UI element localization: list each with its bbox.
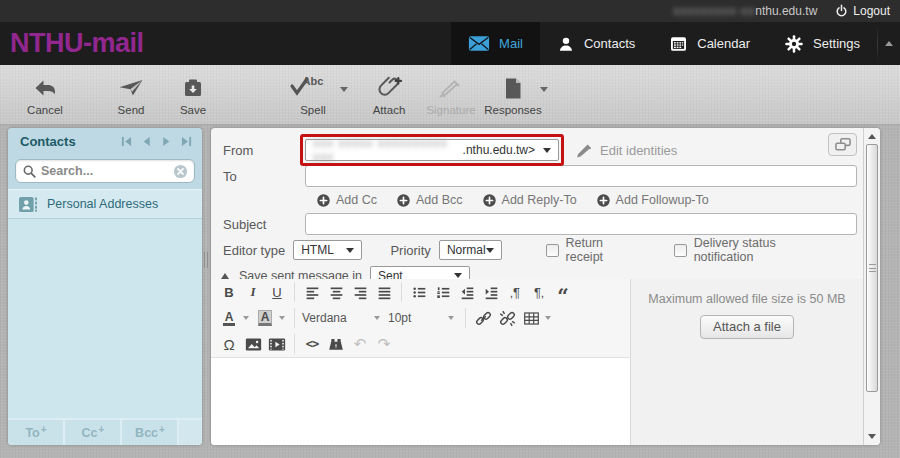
tab-label: Mail [499, 36, 523, 51]
user-email-redacted: xxxxxxxxx-xx [673, 4, 755, 18]
scrollbar-thumb[interactable] [866, 144, 878, 392]
recipient-buttons-footer: To+ Cc+ Bcc+ [8, 418, 202, 445]
font-size-select[interactable]: 10pt [386, 311, 460, 325]
next-page-icon[interactable] [161, 136, 172, 147]
user-bar: xxxxxxxxx-xxnthu.edu.tw Logout [0, 0, 900, 22]
add-followupto-link[interactable]: Add Followup-To [597, 193, 709, 207]
sidebar-item-personal-addresses[interactable]: Personal Addresses [8, 189, 202, 219]
text-color-caret-icon[interactable] [243, 316, 249, 320]
source-code-button[interactable]: <> [300, 333, 324, 355]
subject-input[interactable] [305, 213, 857, 235]
options-row: Editor type HTML Priority Normal Return … [223, 237, 863, 263]
collapse-options-arrow-icon[interactable] [221, 273, 229, 279]
indent-button[interactable] [479, 281, 503, 303]
select-caret-icon [448, 316, 454, 320]
remove-link-button[interactable] [495, 307, 519, 329]
insert-image-button[interactable] [241, 333, 265, 355]
redo-button[interactable]: ↷ [372, 333, 396, 355]
from-identity-select[interactable]: xxx xxxxx xxxxxxxxxx xxx.nthu.edu.tw> [305, 139, 559, 161]
vertical-scrollbar[interactable] [863, 128, 880, 445]
scroll-down-arrow[interactable] [864, 429, 880, 444]
outdent-button[interactable] [455, 281, 479, 303]
select-caret-icon [543, 148, 551, 153]
undo-button[interactable]: ↶ [348, 333, 372, 355]
last-page-icon[interactable] [181, 136, 192, 147]
spell-dropdown-caret[interactable] [340, 87, 348, 92]
select-caret-icon [486, 248, 494, 253]
special-character-button[interactable]: Ω [217, 333, 241, 355]
select-caret-icon [374, 316, 380, 320]
gear-icon [784, 34, 804, 54]
italic-button[interactable]: I [241, 281, 265, 303]
priority-select[interactable]: Normal [439, 240, 502, 260]
tab-label: Calendar [697, 36, 750, 51]
footer-filler [179, 420, 202, 445]
splitter-grip-icon [204, 252, 208, 268]
add-cc-link[interactable]: Add Cc [317, 193, 377, 207]
collapse-header-button[interactable] [878, 22, 900, 65]
scroll-up-arrow[interactable] [864, 129, 880, 144]
tab-contacts[interactable]: Contacts [540, 22, 652, 65]
edit-identities-link[interactable]: Edit identities [577, 143, 677, 158]
blockquote-button[interactable]: “ [551, 281, 575, 303]
attach-a-file-button[interactable]: Attach a file [700, 315, 794, 339]
editor-toolbar-row2: A A Verdana 10pt [211, 305, 630, 331]
spellcheck-button[interactable]: Abc Spell [282, 73, 344, 116]
logout-button[interactable]: Logout [835, 4, 890, 18]
add-bcc-link[interactable]: Add Bcc [397, 193, 463, 207]
contacts-search-box[interactable] [15, 159, 195, 183]
bold-button[interactable]: B [217, 281, 241, 303]
contacts-pager [121, 136, 202, 147]
add-replyto-link[interactable]: Add Reply-To [483, 193, 577, 207]
cancel-button[interactable]: Cancel [14, 73, 76, 116]
find-replace-button[interactable] [324, 333, 348, 355]
add-bcc-button[interactable]: Bcc+ [122, 420, 177, 445]
from-label: From [223, 143, 305, 158]
tab-settings[interactable]: Settings [767, 22, 877, 65]
attach-button[interactable]: Attach [358, 73, 420, 116]
insert-link-button[interactable] [471, 307, 495, 329]
align-right-button[interactable] [348, 281, 372, 303]
save-draft-button[interactable]: Save [162, 73, 224, 116]
contacts-search-input[interactable] [41, 164, 173, 178]
return-receipt-checkbox[interactable] [546, 244, 559, 257]
table-caret-icon[interactable] [545, 316, 551, 320]
responses-dropdown-caret[interactable] [540, 87, 548, 92]
paragraph-ltr-button[interactable]: ‚¶ [503, 281, 527, 303]
panel-splitter[interactable] [202, 128, 211, 445]
tab-mail[interactable]: Mail [451, 22, 540, 65]
send-button[interactable]: Send [100, 73, 162, 116]
prev-page-icon[interactable] [141, 136, 152, 147]
align-left-button[interactable] [300, 281, 324, 303]
editor-type-label: Editor type [223, 243, 285, 258]
add-to-button[interactable]: To+ [8, 420, 63, 445]
background-color-caret-icon[interactable] [279, 316, 285, 320]
first-page-icon[interactable] [121, 136, 132, 147]
from-redacted: xxx xxxxx xxxxxxxxxx xxx [313, 136, 463, 164]
plus-circle-icon [397, 194, 410, 207]
paragraph-rtl-button[interactable]: ¶‚ [527, 281, 551, 303]
clear-search-icon[interactable] [173, 164, 188, 179]
align-center-button[interactable] [324, 281, 348, 303]
responses-button[interactable]: Responses [482, 73, 544, 116]
tab-calendar[interactable]: Calendar [652, 22, 767, 65]
message-body-editor[interactable] [211, 357, 630, 445]
to-input[interactable] [305, 165, 857, 187]
contacts-list-empty-area [8, 219, 202, 418]
align-justify-button[interactable] [372, 281, 396, 303]
numbered-list-button[interactable] [431, 281, 455, 303]
underline-button[interactable]: U [265, 281, 289, 303]
plus-circle-icon [483, 194, 496, 207]
add-cc-button[interactable]: Cc+ [65, 420, 120, 445]
insert-media-button[interactable] [265, 333, 289, 355]
editor-type-select[interactable]: HTML [293, 240, 362, 260]
bullet-list-button[interactable] [407, 281, 431, 303]
priority-label: Priority [390, 243, 430, 258]
editor-toolbar-row1: B I U ‚¶ ¶‚ “ [211, 279, 630, 305]
background-color-button[interactable]: A [253, 307, 277, 329]
font-family-select[interactable]: Verdana [300, 311, 386, 325]
pencil-icon [577, 143, 593, 158]
insert-table-button[interactable] [519, 307, 543, 329]
delivery-status-checkbox[interactable] [674, 244, 687, 257]
text-color-button[interactable]: A [217, 307, 241, 329]
